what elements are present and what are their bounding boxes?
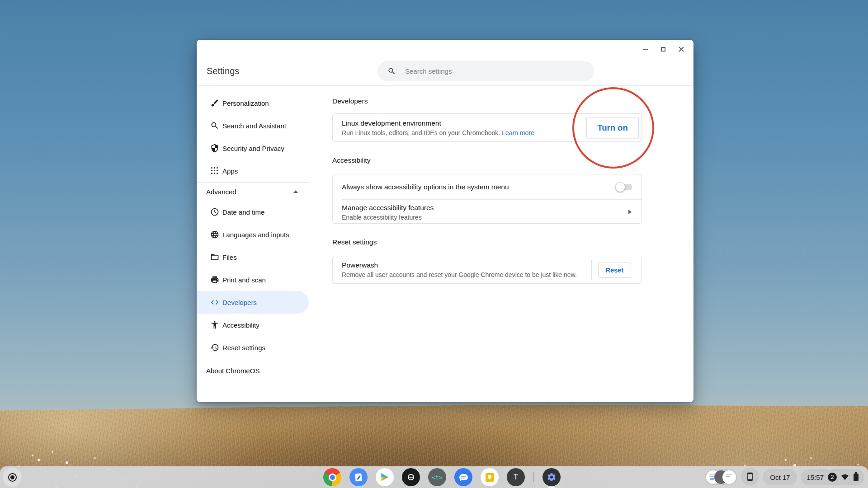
sidebar: Personalization Search and Assistant Sec…: [197, 85, 310, 402]
sidebar-item-date-time[interactable]: Date and time: [197, 201, 310, 223]
shelf: <t> T Oct 17 15:57 2: [0, 466, 868, 488]
accessibility-options-toggle[interactable]: [616, 184, 632, 190]
linux-row-description-text: Run Linux tools, editors, and IDEs on yo…: [342, 129, 500, 136]
printer-icon: [210, 275, 219, 284]
restore-icon: [210, 343, 219, 352]
close-button[interactable]: [675, 44, 687, 54]
settings-content: Developers Linux development environment…: [332, 85, 642, 402]
sidebar-item-label: Files: [222, 253, 237, 261]
play-store-icon[interactable]: [376, 468, 394, 486]
shelf-apps: <t> T: [323, 468, 561, 486]
launcher-icon: [8, 473, 17, 482]
brush-icon: [210, 99, 219, 108]
sidebar-item-label: Search and Assistant: [222, 122, 286, 130]
sidebar-item-label: Apps: [222, 167, 238, 175]
shelf-separator: [533, 472, 534, 482]
learn-more-link[interactable]: Learn more: [502, 129, 534, 136]
sidebar-item-label: Languages and inputs: [222, 231, 289, 239]
maximize-icon: [661, 47, 665, 52]
reset-button[interactable]: Reset: [598, 263, 632, 278]
search-icon: [387, 67, 396, 75]
accessibility-card: Always show accessibility options in the…: [332, 174, 642, 224]
sidebar-item-accessibility[interactable]: Accessibility: [197, 314, 310, 336]
avatar-letter: T: [514, 473, 518, 481]
settings-window: Settings Personalization Search and Assi…: [197, 40, 693, 402]
manage-accessibility-row[interactable]: Manage accessibility features Enable acc…: [333, 200, 642, 224]
toggle-knob: [615, 182, 625, 192]
notification-thumb-3: [722, 470, 736, 484]
sidebar-item-search-assistant[interactable]: Search and Assistant: [197, 114, 310, 137]
status-area: Oct 17 15:57 2: [705, 469, 864, 485]
accessibility-heading: Accessibility: [332, 156, 642, 165]
sidebar-item-label: Accessibility: [222, 321, 259, 329]
sidebar-item-languages-inputs[interactable]: Languages and inputs: [197, 223, 310, 246]
sidebar-item-label: Date and time: [222, 208, 264, 216]
about-label: About ChromeOS: [206, 367, 259, 375]
notification-cluster[interactable]: [705, 469, 737, 485]
notes-sheet: [355, 473, 362, 481]
manage-accessibility-subtitle: Enable accessibility features: [342, 214, 642, 221]
launcher-button[interactable]: [3, 468, 22, 487]
sidebar-item-personalization[interactable]: Personalization: [197, 92, 310, 114]
messages-icon[interactable]: [454, 468, 472, 486]
maximize-button[interactable]: [657, 44, 669, 54]
search-bar[interactable]: [377, 61, 594, 81]
developers-heading: Developers: [332, 97, 642, 106]
sidebar-item-apps[interactable]: Apps: [197, 160, 310, 182]
search-input[interactable]: [405, 67, 586, 75]
manage-accessibility-title: Manage accessibility features: [342, 204, 642, 212]
accessibility-icon: [210, 320, 219, 329]
always-show-accessibility-label: Always show accessibility options in the…: [342, 183, 616, 191]
folder-icon: [210, 253, 219, 262]
sidebar-item-label: Personalization: [222, 99, 269, 107]
globe-icon: [210, 230, 219, 239]
wallpaper-flowers-left: [32, 455, 33, 456]
linux-dev-environment-card: Linux development environment Run Linux …: [332, 113, 642, 141]
keep-note-glyph: [486, 473, 494, 482]
t-editor-app-icon[interactable]: <t>: [428, 468, 446, 486]
apps-grid-icon: [210, 166, 219, 175]
chat-bubble-glyph: [459, 474, 468, 480]
sidebar-advanced-toggle[interactable]: Advanced: [197, 183, 310, 201]
turn-on-button[interactable]: Turn on: [586, 117, 639, 138]
collapse-caret-icon: [293, 190, 298, 193]
system-tray[interactable]: 15:57 2: [801, 469, 864, 485]
minimize-button[interactable]: [639, 44, 651, 54]
sidebar-item-security-privacy[interactable]: Security and Privacy: [197, 137, 310, 160]
sidebar-item-developers[interactable]: Developers: [197, 291, 309, 314]
window-title: Settings: [207, 66, 239, 76]
sidebar-item-label: Reset settings: [222, 344, 265, 352]
powerwash-description: Remove all user accounts and reset your …: [342, 271, 642, 278]
phone-hub-button[interactable]: [741, 468, 759, 486]
avatar-t-icon[interactable]: T: [507, 468, 525, 486]
sidebar-item-print-scan[interactable]: Print and scan: [197, 268, 310, 291]
wifi-icon: [841, 474, 849, 481]
powerwash-card: Powerwash Remove all user accounts and r…: [332, 256, 642, 284]
window-controls: [639, 44, 687, 54]
play-triangle: [381, 473, 388, 481]
sidebar-item-reset-settings[interactable]: Reset settings: [197, 336, 310, 359]
notification-count-badge: 2: [828, 473, 837, 482]
shield-icon: [210, 144, 219, 153]
notes-app-icon[interactable]: [349, 468, 368, 486]
clock-icon: [210, 207, 219, 216]
clock-text: 15:57: [807, 474, 824, 481]
sidebar-item-label: Developers: [222, 299, 257, 306]
keep-icon[interactable]: [481, 468, 499, 486]
t-editor-glyph: <t>: [432, 474, 442, 481]
date-text: Oct 17: [770, 474, 790, 481]
titlebar: Settings: [197, 40, 693, 85]
sidebar-item-label: Print and scan: [222, 276, 266, 284]
powerwash-row-text: Powerwash Remove all user accounts and r…: [333, 256, 642, 278]
chrome-icon[interactable]: [323, 468, 341, 486]
sidebar-item-files[interactable]: Files: [197, 246, 310, 268]
reset-settings-heading: Reset settings: [332, 238, 642, 247]
date-display[interactable]: Oct 17: [763, 469, 797, 485]
phone-icon: [745, 472, 755, 482]
settings-gear-icon[interactable]: [542, 468, 561, 486]
sidebar-item-label: Security and Privacy: [222, 145, 284, 152]
dark-logo-app-icon[interactable]: [402, 468, 420, 486]
code-icon: [210, 298, 219, 307]
sidebar-item-about-chromeos[interactable]: About ChromeOS: [197, 359, 310, 382]
always-show-accessibility-row: Always show accessibility options in the…: [333, 174, 642, 199]
